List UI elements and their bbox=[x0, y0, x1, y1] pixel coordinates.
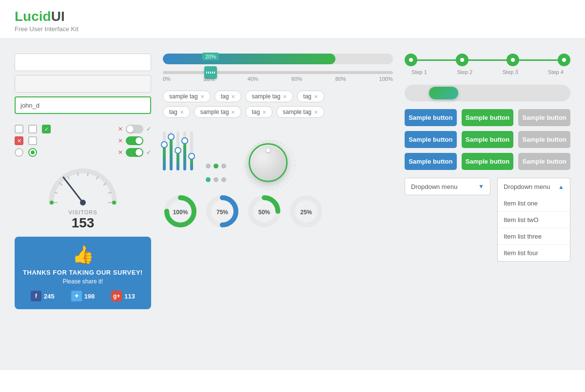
toggle-row-3: ✕ ✓ bbox=[118, 148, 151, 157]
toggle-switch-2[interactable] bbox=[126, 136, 143, 145]
btn-green-1[interactable]: Sample button bbox=[462, 109, 514, 126]
tag-sample-1[interactable]: sample tag✕ bbox=[163, 91, 211, 102]
btn-gray-3[interactable]: Sample button bbox=[518, 153, 570, 170]
dot-1 bbox=[206, 164, 211, 168]
checkbox-checked[interactable]: ✓ bbox=[42, 125, 51, 133]
btn-green-3[interactable]: Sample button bbox=[462, 153, 514, 170]
google-stat[interactable]: g+ 113 bbox=[111, 291, 135, 301]
radio-checked[interactable] bbox=[28, 148, 37, 157]
toggle-label-off-3: ✕ bbox=[118, 149, 123, 156]
slider-track: 20% bbox=[163, 71, 393, 74]
eq-slider-5 bbox=[190, 131, 193, 180]
checkbox-unchecked-1[interactable] bbox=[15, 125, 23, 133]
input-field-1[interactable] bbox=[15, 54, 151, 71]
buttons-section: Sample button Sample button Sample butto… bbox=[405, 109, 570, 170]
step-circle-1[interactable] bbox=[405, 54, 417, 66]
dropdown-item-1[interactable]: Item list one bbox=[498, 195, 570, 212]
step-circle-3[interactable] bbox=[507, 54, 519, 66]
svg-line-2 bbox=[60, 183, 62, 185]
donut-100: 100% bbox=[163, 194, 198, 231]
toggle-row-1: ✕ ✓ bbox=[118, 125, 151, 133]
checkbox-red[interactable]: ✕ bbox=[15, 136, 23, 145]
checkbox-unchecked-3[interactable] bbox=[28, 136, 37, 145]
rotary-knob[interactable] bbox=[249, 143, 288, 182]
progress-bar-outer bbox=[163, 54, 393, 64]
input-field-3[interactable] bbox=[15, 96, 151, 114]
step-circle-4[interactable] bbox=[558, 54, 570, 66]
steps-section: Step 1 Step 2 Step 3 Step 4 bbox=[405, 54, 570, 75]
label-60: 60% bbox=[292, 76, 302, 82]
eq-knob-2[interactable] bbox=[168, 133, 175, 140]
tag-sample-2[interactable]: sample tag✕ bbox=[245, 91, 293, 102]
donut-label-100: 100% bbox=[173, 209, 188, 216]
btn-gray-1[interactable]: Sample button bbox=[518, 109, 570, 126]
btn-green-2[interactable]: Sample button bbox=[462, 131, 514, 148]
chevron-down-icon: ▼ bbox=[478, 183, 484, 190]
tag-4[interactable]: tag✕ bbox=[245, 106, 273, 118]
eq-fill-1 bbox=[163, 147, 166, 170]
dropdown-item-4[interactable]: Item list four bbox=[498, 245, 570, 261]
eq-section bbox=[163, 131, 193, 180]
eq-fill-2 bbox=[170, 139, 173, 170]
dropdowns-section: Dropdown menu ▼ Dropdown menu ▲ Item lis… bbox=[405, 178, 570, 261]
checkbox-col-3: ✓ bbox=[42, 125, 51, 139]
eq-knob-1[interactable] bbox=[161, 141, 168, 148]
controls-row: ✕ ✓ ✕ ✓ bbox=[15, 125, 151, 157]
toggle-switch-3[interactable] bbox=[126, 148, 143, 157]
google-plus-icon: g+ bbox=[111, 291, 122, 301]
input-group bbox=[15, 54, 151, 118]
knob-indicator-dot bbox=[266, 149, 270, 152]
big-toggle-thumb bbox=[429, 87, 458, 99]
btn-blue-2[interactable]: Sample button bbox=[405, 131, 457, 148]
eq-fill-3 bbox=[176, 153, 179, 170]
google-count: 113 bbox=[124, 293, 135, 300]
dropdown-closed[interactable]: Dropdown menu ▼ bbox=[405, 178, 490, 195]
tag-1[interactable]: tag✕ bbox=[214, 91, 242, 102]
left-column: ✕ ✓ ✕ ✓ bbox=[15, 54, 151, 309]
toggle-label-on-3: ✓ bbox=[146, 149, 151, 156]
tag-sample-3[interactable]: sample tag✕ bbox=[194, 106, 242, 118]
svg-point-12 bbox=[50, 201, 54, 205]
checkbox-unchecked-2[interactable] bbox=[28, 125, 37, 133]
btn-row-2: Sample button Sample button Sample butto… bbox=[405, 131, 570, 148]
tag-2[interactable]: tag✕ bbox=[297, 91, 324, 102]
dropdown-open-header[interactable]: Dropdown menu ▲ bbox=[497, 178, 570, 195]
eq-track-3 bbox=[176, 131, 179, 170]
checkbox-col-2 bbox=[28, 125, 37, 157]
svg-line-7 bbox=[103, 183, 106, 185]
facebook-stat[interactable]: f 245 bbox=[31, 291, 55, 301]
social-stats: f 245 ✦ 198 g+ 113 bbox=[22, 291, 143, 301]
step-circle-2[interactable] bbox=[456, 54, 468, 66]
visitors-label: VISITORS bbox=[15, 209, 151, 215]
tags-row-1: sample tag✕ tag✕ sample tag✕ tag✕ bbox=[163, 91, 393, 102]
donut-75: 75% bbox=[205, 194, 240, 231]
twitter-stat[interactable]: ✦ 198 bbox=[71, 291, 95, 301]
btn-blue-3[interactable]: Sample button bbox=[405, 153, 457, 170]
gauge-svg bbox=[44, 164, 122, 207]
eq-slider-1 bbox=[163, 131, 166, 180]
label-20: 20% bbox=[204, 76, 214, 82]
eq-knob-3[interactable] bbox=[175, 147, 181, 154]
dropdown-item-2[interactable]: Item list twO bbox=[498, 212, 570, 228]
twitter-count: 198 bbox=[84, 293, 95, 300]
big-toggle-track[interactable] bbox=[405, 85, 570, 101]
eq-slider-2 bbox=[170, 131, 173, 180]
chevron-up-icon: ▲ bbox=[558, 184, 564, 190]
btn-blue-1[interactable]: Sample button bbox=[405, 109, 457, 126]
dot-4 bbox=[206, 177, 211, 182]
btn-gray-2[interactable]: Sample button bbox=[518, 131, 570, 148]
tag-sample-4[interactable]: sample tag✕ bbox=[276, 106, 324, 118]
logo-ui: UI bbox=[51, 9, 65, 24]
thumbs-up-icon: 👍 bbox=[22, 244, 143, 265]
input-field-2[interactable] bbox=[15, 75, 151, 93]
dot-6 bbox=[221, 177, 226, 182]
radio-unchecked[interactable] bbox=[15, 148, 23, 157]
eq-knob-4[interactable] bbox=[181, 137, 188, 144]
dropdown-item-3[interactable]: Item list three bbox=[498, 228, 570, 245]
dropdown-open-label: Dropdown menu bbox=[504, 183, 550, 190]
toggle-switch-1[interactable] bbox=[126, 125, 143, 133]
dropdown-open-wrap: Dropdown menu ▲ Item list one Item list … bbox=[497, 178, 570, 261]
eq-knob-5[interactable] bbox=[188, 153, 195, 160]
social-card-subtitle: Please share it! bbox=[22, 278, 143, 285]
tag-3[interactable]: tag✕ bbox=[163, 106, 190, 118]
